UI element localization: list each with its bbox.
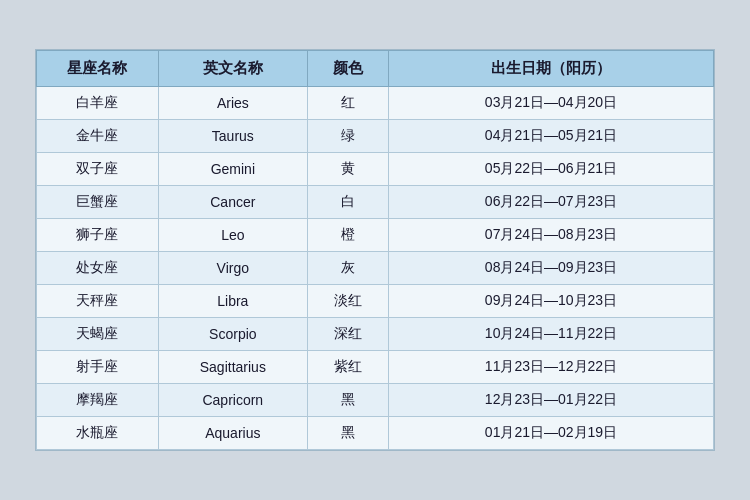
cell-color: 绿 bbox=[307, 120, 388, 153]
cell-color: 白 bbox=[307, 186, 388, 219]
table-row: 天秤座Libra淡红09月24日—10月23日 bbox=[37, 285, 714, 318]
cell-color: 黑 bbox=[307, 417, 388, 450]
table-row: 巨蟹座Cancer白06月22日—07月23日 bbox=[37, 186, 714, 219]
cell-chinese: 射手座 bbox=[37, 351, 159, 384]
cell-date: 12月23日—01月22日 bbox=[389, 384, 714, 417]
cell-color: 黑 bbox=[307, 384, 388, 417]
cell-color: 橙 bbox=[307, 219, 388, 252]
table-row: 摩羯座Capricorn黑12月23日—01月22日 bbox=[37, 384, 714, 417]
cell-chinese: 天秤座 bbox=[37, 285, 159, 318]
cell-chinese: 金牛座 bbox=[37, 120, 159, 153]
cell-english: Virgo bbox=[158, 252, 307, 285]
cell-date: 10月24日—11月22日 bbox=[389, 318, 714, 351]
cell-english: Aries bbox=[158, 87, 307, 120]
cell-date: 11月23日—12月22日 bbox=[389, 351, 714, 384]
table-row: 狮子座Leo橙07月24日—08月23日 bbox=[37, 219, 714, 252]
header-chinese-name: 星座名称 bbox=[37, 51, 159, 87]
table-row: 双子座Gemini黄05月22日—06月21日 bbox=[37, 153, 714, 186]
cell-chinese: 狮子座 bbox=[37, 219, 159, 252]
zodiac-table-container: 星座名称 英文名称 颜色 出生日期（阳历） 白羊座Aries红03月21日—04… bbox=[35, 49, 715, 451]
cell-color: 灰 bbox=[307, 252, 388, 285]
header-color: 颜色 bbox=[307, 51, 388, 87]
cell-date: 09月24日—10月23日 bbox=[389, 285, 714, 318]
cell-chinese: 处女座 bbox=[37, 252, 159, 285]
cell-english: Scorpio bbox=[158, 318, 307, 351]
cell-date: 07月24日—08月23日 bbox=[389, 219, 714, 252]
cell-english: Libra bbox=[158, 285, 307, 318]
zodiac-table: 星座名称 英文名称 颜色 出生日期（阳历） 白羊座Aries红03月21日—04… bbox=[36, 50, 714, 450]
cell-chinese: 摩羯座 bbox=[37, 384, 159, 417]
cell-color: 紫红 bbox=[307, 351, 388, 384]
cell-chinese: 白羊座 bbox=[37, 87, 159, 120]
cell-date: 05月22日—06月21日 bbox=[389, 153, 714, 186]
table-row: 水瓶座Aquarius黑01月21日—02月19日 bbox=[37, 417, 714, 450]
cell-english: Gemini bbox=[158, 153, 307, 186]
cell-english: Leo bbox=[158, 219, 307, 252]
table-row: 金牛座Taurus绿04月21日—05月21日 bbox=[37, 120, 714, 153]
cell-english: Capricorn bbox=[158, 384, 307, 417]
cell-english: Aquarius bbox=[158, 417, 307, 450]
cell-chinese: 巨蟹座 bbox=[37, 186, 159, 219]
table-row: 处女座Virgo灰08月24日—09月23日 bbox=[37, 252, 714, 285]
cell-date: 04月21日—05月21日 bbox=[389, 120, 714, 153]
cell-chinese: 双子座 bbox=[37, 153, 159, 186]
cell-english: Sagittarius bbox=[158, 351, 307, 384]
header-birthdate: 出生日期（阳历） bbox=[389, 51, 714, 87]
cell-date: 08月24日—09月23日 bbox=[389, 252, 714, 285]
cell-english: Cancer bbox=[158, 186, 307, 219]
table-row: 射手座Sagittarius紫红11月23日—12月22日 bbox=[37, 351, 714, 384]
table-header-row: 星座名称 英文名称 颜色 出生日期（阳历） bbox=[37, 51, 714, 87]
table-row: 天蝎座Scorpio深红10月24日—11月22日 bbox=[37, 318, 714, 351]
cell-color: 深红 bbox=[307, 318, 388, 351]
cell-color: 淡红 bbox=[307, 285, 388, 318]
cell-date: 01月21日—02月19日 bbox=[389, 417, 714, 450]
table-row: 白羊座Aries红03月21日—04月20日 bbox=[37, 87, 714, 120]
cell-english: Taurus bbox=[158, 120, 307, 153]
cell-color: 黄 bbox=[307, 153, 388, 186]
cell-chinese: 水瓶座 bbox=[37, 417, 159, 450]
cell-chinese: 天蝎座 bbox=[37, 318, 159, 351]
table-body: 白羊座Aries红03月21日—04月20日金牛座Taurus绿04月21日—0… bbox=[37, 87, 714, 450]
header-english-name: 英文名称 bbox=[158, 51, 307, 87]
cell-date: 03月21日—04月20日 bbox=[389, 87, 714, 120]
cell-date: 06月22日—07月23日 bbox=[389, 186, 714, 219]
cell-color: 红 bbox=[307, 87, 388, 120]
